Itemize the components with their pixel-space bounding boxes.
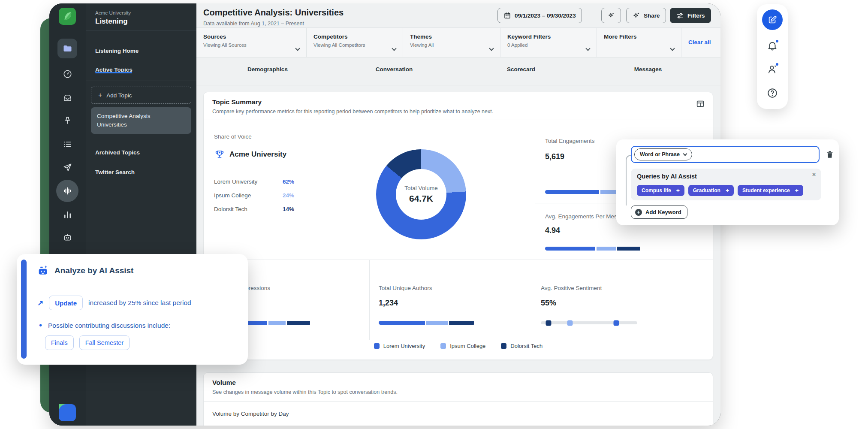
feedback-button[interactable] bbox=[767, 63, 778, 75]
plus-icon: + bbox=[726, 187, 729, 194]
rail-automation-button[interactable] bbox=[57, 227, 77, 247]
table-view-button[interactable] bbox=[696, 99, 705, 110]
query-chip-graduation[interactable]: Graduation + bbox=[688, 185, 734, 196]
notification-dot bbox=[775, 62, 779, 66]
rail-listening-button[interactable] bbox=[56, 180, 78, 202]
date-range-button[interactable]: 09/1/2023 – 09/30/2023 bbox=[497, 8, 582, 23]
legend-item: Lorem University bbox=[374, 343, 425, 349]
sidebar-item-twitter-search[interactable]: Twitter Search bbox=[95, 169, 135, 175]
query-chip-student-experience[interactable]: Student experience + bbox=[738, 185, 803, 196]
topic-summary-card: Topic Summary Compare key performance me… bbox=[203, 92, 713, 360]
rail-list-button[interactable] bbox=[57, 134, 77, 154]
product-name: Listening bbox=[95, 17, 128, 26]
discussion-chip-fall-semester[interactable]: Fall Semester bbox=[79, 335, 130, 350]
sidebar-item-listening-home[interactable]: Listening Home bbox=[95, 48, 139, 54]
divider bbox=[204, 120, 713, 120]
competitor-share: 62% bbox=[283, 178, 294, 185]
share-button[interactable]: Share bbox=[626, 8, 666, 23]
keyword-query-input[interactable]: Word or Phrase bbox=[631, 146, 820, 163]
card-subtitle: See changes in message volume within thi… bbox=[212, 389, 398, 395]
bot-icon bbox=[63, 233, 72, 242]
gauge-icon bbox=[63, 69, 72, 79]
metric-value: 1,234 bbox=[379, 299, 398, 308]
slider-marker[interactable] bbox=[567, 320, 573, 326]
filter-label: Competitors bbox=[313, 33, 396, 40]
sprout-leaf-logo bbox=[59, 8, 76, 25]
tab-messages[interactable]: Messages bbox=[634, 66, 662, 73]
topic-name-line2: Universities bbox=[97, 121, 185, 129]
volume-card: Volume See changes in message volume wit… bbox=[203, 372, 713, 426]
notifications-button[interactable] bbox=[767, 40, 778, 51]
rail-pin-button[interactable] bbox=[57, 111, 77, 130]
filter-more-filters[interactable]: More Filters bbox=[597, 28, 681, 57]
add-keyword-button[interactable]: + Add Keyword bbox=[631, 205, 687, 219]
divider bbox=[204, 260, 713, 260]
filter-sublabel: 0 Applied bbox=[507, 42, 590, 48]
close-icon[interactable]: ✕ bbox=[812, 172, 816, 178]
filter-keyword-filters[interactable]: Keyword Filters 0 Applied bbox=[500, 28, 597, 57]
slider-marker[interactable] bbox=[546, 320, 552, 326]
bar-segment bbox=[545, 190, 599, 194]
metric-value: 4.94 bbox=[545, 226, 560, 235]
add-topic-button[interactable]: + Add Topic bbox=[91, 87, 191, 104]
rail-inbox-button[interactable] bbox=[57, 88, 77, 107]
notification-dot bbox=[775, 39, 779, 43]
filter-sources[interactable]: Sources Viewing All Sources bbox=[196, 28, 307, 57]
slider-marker[interactable] bbox=[613, 320, 619, 326]
legend-label: Dolorsit Tech bbox=[510, 343, 542, 349]
chip-label: Student experience bbox=[742, 187, 790, 193]
tab-demographics[interactable]: Demographics bbox=[247, 66, 288, 73]
filters-button[interactable]: Filters bbox=[670, 8, 711, 23]
clear-all-button[interactable]: Clear all bbox=[688, 39, 711, 45]
filter-competitors[interactable]: Competitors Viewing All Competitors bbox=[307, 28, 403, 57]
rail-dashboard-button[interactable] bbox=[57, 64, 77, 84]
competitor-share: 14% bbox=[283, 206, 294, 212]
filter-sublabel: Viewing All Competitors bbox=[313, 42, 396, 48]
sidebar-item-competitive-analysis[interactable]: Competitive Analysis Universities bbox=[91, 107, 191, 134]
plus-icon: + bbox=[98, 91, 102, 99]
bar-segment bbox=[287, 321, 310, 325]
share-label: Share bbox=[644, 12, 660, 19]
accent-bar bbox=[21, 260, 27, 359]
tab-conversation[interactable]: Conversation bbox=[376, 66, 413, 73]
bar-segment bbox=[617, 247, 640, 251]
bar-chart-icon bbox=[63, 210, 72, 220]
plus-icon: + bbox=[676, 187, 680, 194]
query-type-dropdown[interactable]: Word or Phrase bbox=[634, 148, 692, 160]
bar-segment bbox=[426, 321, 448, 325]
bar-segment bbox=[600, 190, 616, 194]
bar-segment bbox=[597, 247, 616, 251]
chevron-down-icon bbox=[683, 152, 687, 156]
query-chip-campus-life[interactable]: Compus life + bbox=[637, 185, 684, 196]
share-of-voice-winner: Acme University bbox=[214, 149, 286, 160]
delete-query-button[interactable] bbox=[825, 150, 835, 160]
update-button[interactable]: Update bbox=[49, 296, 83, 310]
metric-label: Avg. Positive Sentiment bbox=[541, 285, 602, 291]
donut-center-label: Total Volume bbox=[404, 185, 437, 191]
filter-label: More Filters bbox=[604, 33, 674, 40]
right-toolbar bbox=[757, 4, 788, 109]
legend-item: Ipsum College bbox=[440, 343, 485, 349]
rail-publishing-button[interactable] bbox=[57, 157, 77, 177]
help-button[interactable] bbox=[767, 88, 778, 99]
rail-topics-button[interactable] bbox=[57, 39, 77, 58]
metric-bar bbox=[545, 247, 642, 251]
filter-label: Themes bbox=[410, 33, 493, 40]
filter-themes[interactable]: Themes Viewing All bbox=[403, 28, 500, 57]
ai-assist-button[interactable] bbox=[601, 8, 621, 23]
donut-center: Total Volume 64.7K bbox=[396, 169, 446, 220]
sov-row: Lorem University 62% bbox=[214, 178, 321, 185]
tab-scorecard[interactable]: Scorecard bbox=[507, 66, 535, 73]
discussion-chip-finals[interactable]: Finals bbox=[45, 335, 74, 350]
chip-label: Graduation bbox=[693, 187, 720, 193]
analyze-header: Analyze by AI Assist bbox=[36, 264, 133, 277]
sidebar-item-archived-topics[interactable]: Archived Topics bbox=[95, 149, 140, 156]
topic-name-line1: Competitive Analysis bbox=[97, 112, 185, 121]
page-title: Competitive Analysis: Universities bbox=[203, 8, 344, 18]
analyze-popup: Analyze by AI Assist ↗ Update increased … bbox=[17, 254, 248, 365]
compose-button[interactable] bbox=[762, 9, 783, 30]
divider bbox=[204, 340, 713, 340]
sparkle-icon bbox=[607, 11, 615, 20]
sentiment-slider[interactable] bbox=[541, 321, 637, 324]
rail-reports-button[interactable] bbox=[57, 205, 77, 224]
